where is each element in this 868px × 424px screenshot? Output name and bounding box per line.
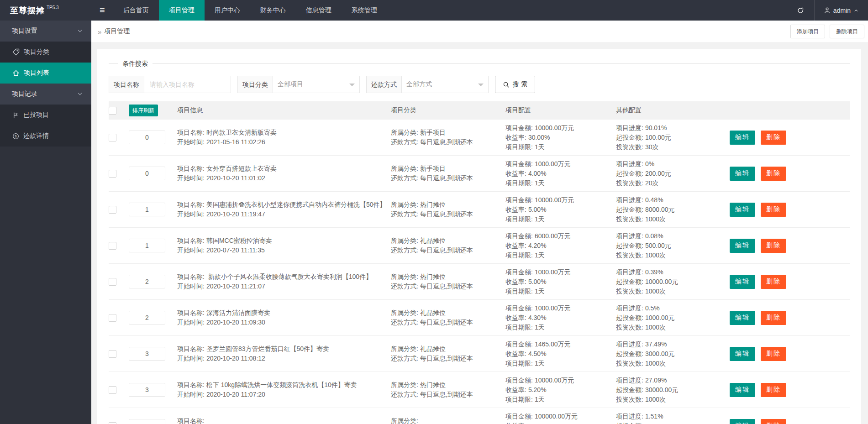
other-config-cell: 项目进度:0% 起投金额:200.00元 投资次数:20次 <box>616 159 730 188</box>
top-nav-item[interactable]: 系统管理 <box>342 0 387 21</box>
sort-input[interactable] <box>129 167 165 180</box>
start-time: 2020-10-20 11:01:02 <box>206 174 265 182</box>
delete-button[interactable]: 删除 <box>761 131 786 145</box>
edit-button[interactable]: 编辑 <box>730 203 755 217</box>
top-nav-item[interactable]: 项目管理 <box>159 0 205 21</box>
sort-input[interactable] <box>129 383 165 397</box>
menu-toggle-icon[interactable]: ≡ <box>91 0 113 21</box>
sort-input[interactable] <box>129 275 165 288</box>
sort-input[interactable] <box>129 311 165 325</box>
delete-button[interactable]: 删除 <box>761 203 786 217</box>
project-config-cell: 项目金额:10000.00万元 收益率:5.20% 项目期限:1天 <box>505 376 616 404</box>
top-nav-item[interactable]: 财务中心 <box>250 0 296 21</box>
min-invest: 8000.00元 <box>645 206 675 213</box>
other-config-cell: 项目进度:27.09% 起投金额:30000.00元 投资次数:1000次 <box>616 376 730 404</box>
rate: 5.20% <box>528 386 547 393</box>
row-checkbox[interactable] <box>109 242 116 250</box>
invest-times: 20次 <box>645 179 659 187</box>
edit-button[interactable]: 编辑 <box>730 131 755 145</box>
delete-button[interactable]: 删除 <box>761 383 786 397</box>
project-name: 时尚款卫衣女清新版寄卖 <box>206 129 277 136</box>
sidebar-item[interactable]: 项目分类 <box>0 42 91 63</box>
delete-button[interactable]: 删除 <box>761 347 786 361</box>
edit-button[interactable]: 编辑 <box>730 347 755 361</box>
row-checkbox[interactable] <box>109 422 116 424</box>
select-all-checkbox[interactable] <box>109 107 116 115</box>
edit-button[interactable]: 编辑 <box>730 383 755 397</box>
flag-icon <box>12 112 19 119</box>
rate: 4.20% <box>528 242 547 249</box>
delete-button[interactable]: 删除 <box>761 419 786 424</box>
top-nav-item[interactable]: 用户中心 <box>205 0 250 21</box>
sort-input[interactable] <box>129 203 165 216</box>
term: 1天 <box>535 251 545 259</box>
topbar-right: admin <box>787 0 868 21</box>
add-project-button[interactable]: 添加项目 <box>790 25 825 38</box>
table-body: 项目名称:时尚款卫衣女清新版寄卖 开始时间:2021-05-16 11:02:2… <box>109 120 850 424</box>
row-checkbox[interactable] <box>109 314 116 322</box>
row-checkbox[interactable] <box>109 134 116 141</box>
delete-button[interactable]: 删除 <box>761 167 786 181</box>
sort-input[interactable] <box>129 347 165 361</box>
content-card: 条件搜索 项目名称 项目分类 全部项目 <box>97 49 861 424</box>
amount: 10000.00万元 <box>535 377 574 384</box>
repay-method: 每日返息,到期还本 <box>420 391 473 398</box>
sidebar-item[interactable]: $ 还款详情 <box>0 126 91 147</box>
table-row: 项目名称: 新款小个子风衣温柔收腰薄款气质大衣寄卖利润【100件】 开始时间:2… <box>109 264 850 300</box>
project-category-cell: 所属分类:礼品摊位 还款方式:每日返息,到期还本 <box>391 344 505 363</box>
project-name-input[interactable] <box>149 80 226 89</box>
person-icon <box>824 7 831 14</box>
top-nav-item[interactable]: 后台首页 <box>113 0 159 21</box>
row-checkbox[interactable] <box>109 386 116 394</box>
edit-button[interactable]: 编辑 <box>730 167 755 181</box>
search-button[interactable]: 搜 索 <box>495 76 535 93</box>
edit-button[interactable]: 编辑 <box>730 275 755 289</box>
sidebar-group-header[interactable]: 项目设置 <box>0 21 91 42</box>
delete-button[interactable]: 删除 <box>761 239 786 253</box>
sort-input[interactable] <box>129 419 165 424</box>
chevron-up-icon <box>853 8 859 13</box>
sidebar-item[interactable]: 项目列表 <box>0 63 91 84</box>
sidebar-item[interactable]: 已投项目 <box>0 105 91 126</box>
term: 1天 <box>535 324 545 331</box>
term: 1天 <box>535 179 545 187</box>
invest-times: 30次 <box>645 143 659 151</box>
project-category-value: 全部项目 <box>278 80 303 89</box>
app-title: 至尊摆摊 <box>10 5 45 16</box>
edit-button[interactable]: 编辑 <box>730 419 755 424</box>
row-checkbox[interactable] <box>109 350 116 358</box>
chevron-down-icon <box>77 28 83 34</box>
row-actions: 编辑 删除 <box>730 419 850 424</box>
user-menu[interactable]: admin <box>815 0 868 21</box>
sidebar-group: 项目设置 项目分类 项目列表 <box>0 21 91 84</box>
sort-input[interactable] <box>129 131 165 144</box>
app-version-badge: TP5.3 <box>47 5 59 10</box>
sidebar-group-header[interactable]: 项目记录 <box>0 84 91 105</box>
project-info-cell: 项目名称:美国惠浦折叠洗衣机小型迷你便携式自动内衣裤分桶洗【50件】寄卖 开始时… <box>177 200 391 219</box>
project-category-cell: 所属分类:礼品摊位 还款方式:每日返息,到期还本 <box>391 236 505 255</box>
project-name: 美国惠浦折叠洗衣机小型迷你便携式自动内衣裤分桶洗【50件】寄卖 <box>206 201 385 208</box>
repay-method-select[interactable]: 全部方式 <box>402 76 489 93</box>
edit-button[interactable]: 编辑 <box>730 239 755 253</box>
row-checkbox[interactable] <box>109 206 116 214</box>
amount: 100000.00万元 <box>535 413 578 420</box>
search-form: 项目名称 项目分类 全部项目 还款方式 <box>109 76 850 93</box>
top-nav-item[interactable]: 信息管理 <box>296 0 342 21</box>
delete-project-button[interactable]: 删除项目 <box>830 25 864 38</box>
table-row: 项目名称:圣罗兰圆管83方管烂番茄口红【50件】寄卖 开始时间:2020-10-… <box>109 336 850 372</box>
refresh-icon[interactable] <box>787 0 814 21</box>
column-header-category: 项目分类 <box>391 106 505 115</box>
row-checkbox[interactable] <box>109 278 116 286</box>
sort-refresh-button[interactable]: 排序刷新 <box>129 105 158 116</box>
sort-input[interactable] <box>129 239 165 252</box>
project-category-cell: 所属分类:热门摊位 还款方式:每日返息,到期还本 <box>391 380 505 399</box>
project-category-label: 项目分类 <box>237 76 273 93</box>
edit-button[interactable]: 编辑 <box>730 311 755 325</box>
delete-button[interactable]: 删除 <box>761 275 786 289</box>
project-category-select[interactable]: 全部项目 <box>273 76 360 93</box>
table-row: 项目名称:美国惠浦折叠洗衣机小型迷你便携式自动内衣裤分桶洗【50件】寄卖 开始时… <box>109 192 850 228</box>
category: 新手项目 <box>420 129 446 136</box>
row-checkbox[interactable] <box>109 170 116 178</box>
delete-button[interactable]: 删除 <box>761 311 786 325</box>
breadcrumb-separator: » <box>98 28 101 36</box>
